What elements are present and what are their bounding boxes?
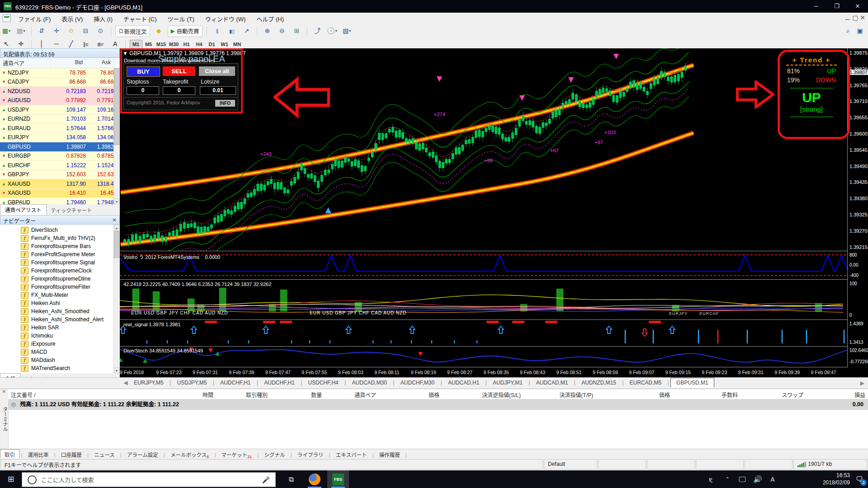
terminal-column-header[interactable]: 通貨ペア bbox=[325, 389, 379, 399]
taskbar-clock[interactable]: 16:532018/02/09 bbox=[823, 472, 850, 486]
window-buttons-small[interactable]: ⚊ ▢ ✕ bbox=[845, 14, 865, 21]
network-icon[interactable]: 🖵 bbox=[735, 470, 750, 488]
chart-tab-AUDCAD,H1[interactable]: AUDCAD,H1 bbox=[443, 378, 484, 388]
maximize-button[interactable]: ❐ bbox=[826, 0, 847, 13]
terminal-column-header[interactable]: 決済指値(T/P) bbox=[524, 389, 596, 399]
chart-tab-AUDCAD,M1[interactable]: AUDCAD,M1 bbox=[532, 378, 573, 388]
market-watch-row[interactable]: ▼ XAGUSD 16.410 16.450 bbox=[0, 189, 120, 198]
candle-chart-icon[interactable]: ▮▯ bbox=[226, 26, 238, 38]
microphone-icon[interactable]: 🎤 bbox=[262, 476, 270, 483]
market-watch-icon[interactable]: ⇵ bbox=[36, 25, 47, 37]
scroll-down-icon[interactable]: ▼ bbox=[114, 367, 119, 373]
navigator-item[interactable]: ƒHeikin SAR bbox=[0, 324, 120, 332]
market-watch-row[interactable]: ▲ EURNZD 1.70103 1.70142 bbox=[0, 115, 120, 124]
navigator-item[interactable]: ƒHeiken_Ashi_Smoothed bbox=[0, 307, 120, 315]
chart-tab-EURJPY,M5[interactable]: EURJPY,M5 bbox=[129, 378, 168, 388]
tab-scroll-right-icon[interactable]: ▶ bbox=[860, 380, 864, 386]
navigator-item[interactable]: ƒFerruFx_Multi_info THV(2) bbox=[0, 234, 120, 242]
navigator-item[interactable]: ƒForexprofitsupreme Signal bbox=[0, 258, 120, 267]
market-watch-row[interactable]: ▲ EURCHF 1.15222 1.15247 bbox=[0, 161, 120, 170]
market-watch-row[interactable]: ▼ EURGBP 0.87828 0.87856 bbox=[0, 152, 120, 161]
firefox-icon[interactable] bbox=[304, 470, 326, 488]
chart-window-icon[interactable] bbox=[3, 14, 11, 22]
navigator-item[interactable]: ƒForexprofitsupremeFilter bbox=[0, 283, 120, 291]
taskbar-search-input[interactable]: ここに入力して検索 🎤 bbox=[22, 472, 276, 487]
market-watch-row[interactable]: ▲ EURJPY 134.058 134.068 bbox=[0, 133, 120, 143]
timeframe-W1[interactable]: W1 bbox=[218, 40, 231, 49]
terminal-column-header[interactable]: 数量 bbox=[270, 389, 325, 399]
navigator-icon[interactable]: ✩ bbox=[65, 25, 77, 37]
timeframe-MN[interactable]: MN bbox=[231, 40, 244, 49]
market-watch-row[interactable]: ▼ AUDUSD 0.77892 0.77915 bbox=[0, 96, 120, 106]
chart-tab-AUDCHF,H1[interactable]: AUDCHF,H1 bbox=[216, 378, 255, 388]
metaeditor-icon[interactable]: ◆ bbox=[153, 25, 165, 37]
column-header[interactable]: 通貨ペア bbox=[0, 58, 51, 68]
navigator-item[interactable]: ƒForexProfitSupreme Meter bbox=[0, 250, 120, 258]
navigator-item[interactable]: ƒForexprofitsupremeClock bbox=[0, 267, 120, 275]
zoom-in-icon[interactable]: ⊕ bbox=[261, 25, 273, 37]
hidden-icons-chevron[interactable]: ⌃ bbox=[721, 470, 734, 488]
timeframe-D1[interactable]: D1 bbox=[206, 40, 218, 49]
terminal-column-headers[interactable]: 注文番号 /時間取引種別数量通貨ペア価格決済逆指値(S/L)決済指値(T/P)価… bbox=[8, 389, 868, 399]
minimize-button[interactable]: ─ bbox=[806, 0, 826, 13]
mt4-fbs-icon[interactable]: FBS bbox=[327, 470, 349, 488]
timeframe-M15[interactable]: M15 bbox=[155, 40, 168, 49]
chart-window[interactable]: +243+274+69+67+97+103 1.398751.398201.39… bbox=[120, 48, 868, 377]
column-header[interactable]: Ask bbox=[86, 58, 114, 68]
start-button[interactable]: ⊞ bbox=[0, 470, 22, 488]
market-watch-row[interactable]: ▲ USDJPY 109.147 109.165 bbox=[0, 105, 120, 115]
navigator-close-icon[interactable]: ✕ bbox=[112, 217, 117, 223]
navigator-item[interactable]: ƒDiverStoch bbox=[0, 226, 120, 234]
templates-icon[interactable]: ▧▾ bbox=[341, 25, 353, 37]
terminal-column-header[interactable]: スワップ bbox=[741, 389, 806, 399]
people-icon[interactable]: ꭆ bbox=[703, 470, 719, 488]
scroll-down-icon[interactable]: ▼ bbox=[114, 198, 119, 204]
menu-挿入[interactable]: 挿入 (I) bbox=[88, 13, 118, 25]
timeframe-H1[interactable]: H1 bbox=[180, 40, 193, 49]
close-button[interactable]: ✕ bbox=[847, 0, 868, 13]
navigator-item[interactable]: ƒMATrendSearch bbox=[0, 364, 120, 372]
chart-tab-AUDCHF,H1[interactable]: AUDCHF,H1 bbox=[259, 378, 299, 388]
chart-tab-USDCHF,H4[interactable]: USDCHF,H4 bbox=[303, 378, 343, 388]
task-view-icon[interactable]: ⧉ bbox=[280, 470, 302, 488]
navigator-scrollbar[interactable]: ▲ ▼ bbox=[113, 225, 120, 373]
market-watch-header[interactable]: 通貨ペアBidAsk bbox=[0, 58, 120, 68]
terminal-column-header[interactable]: 価格 bbox=[379, 389, 442, 399]
strategy-tester-icon[interactable]: ⊙ bbox=[94, 25, 106, 37]
new-chart-button[interactable]: ▦▾ bbox=[0, 25, 12, 37]
terminal-column-header[interactable]: 手数料 bbox=[673, 389, 741, 399]
market-watch-row[interactable]: ▼ GBPJPY 152.603 152.631 bbox=[0, 170, 120, 180]
timeframe-M30[interactable]: M30 bbox=[168, 40, 180, 49]
search-icon[interactable]: ⌕ bbox=[842, 25, 854, 37]
new-order-button[interactable]: 🗋 新規注文 bbox=[115, 25, 150, 37]
scroll-up-icon[interactable]: ▲ bbox=[114, 225, 119, 230]
menu-ヘルプ[interactable]: ヘルプ (H) bbox=[251, 13, 289, 25]
realsignal-indicator-pane[interactable] bbox=[120, 320, 847, 346]
terminal-column-header[interactable]: 決済逆指値(S/L) bbox=[442, 389, 524, 399]
terminal-icon[interactable]: ⊟ bbox=[80, 25, 92, 37]
vostro-indicator-pane[interactable] bbox=[120, 251, 847, 279]
data-window-icon[interactable]: ✛ bbox=[51, 25, 62, 37]
auto-trading-button[interactable]: ▶ 自動売買 bbox=[168, 25, 203, 37]
navigator-item[interactable]: ƒIchimoku bbox=[0, 332, 120, 340]
market-watch-row[interactable]: ▼ NZDJPY 78.785 78.808 bbox=[0, 68, 120, 78]
terminal-column-header[interactable]: 注文番号 / bbox=[8, 389, 142, 399]
market-watch-row[interactable]: ▲ GBPUSD 1.39807 1.39820 bbox=[0, 142, 120, 152]
terminal-column-header[interactable]: 時間 bbox=[142, 389, 216, 399]
navigator-item[interactable]: ƒForexprofitsupreme Bars bbox=[0, 242, 120, 250]
timeframe-H4[interactable]: H4 bbox=[193, 40, 206, 49]
market-watch-row[interactable]: ▲ NZDUSD 0.72183 0.72199 bbox=[0, 87, 120, 96]
menu-ツール[interactable]: ツール (T) bbox=[162, 13, 200, 25]
line-chart-icon[interactable]: ↗ bbox=[241, 25, 252, 37]
terminal-column-header[interactable]: 損益 bbox=[806, 389, 868, 399]
ime-indicator[interactable]: A bbox=[766, 470, 779, 488]
timeframe-M5[interactable]: M5 bbox=[142, 40, 155, 49]
menu-チャート[interactable]: チャート (C) bbox=[118, 13, 162, 25]
market-watch-tab[interactable]: ティックチャート bbox=[47, 205, 97, 215]
tab-scroll-left-icon[interactable]: ◀ bbox=[123, 380, 127, 386]
navigator-item[interactable]: ƒForexprofitsupremeDline bbox=[0, 275, 120, 283]
terminal-column-header[interactable]: 価格 bbox=[596, 389, 673, 399]
chart-tab-AUDNZD,M15[interactable]: AUDNZD,M15 bbox=[577, 378, 621, 388]
navigator-item[interactable]: ƒiExposure bbox=[0, 340, 120, 348]
status-profile[interactable]: Default bbox=[544, 459, 597, 469]
